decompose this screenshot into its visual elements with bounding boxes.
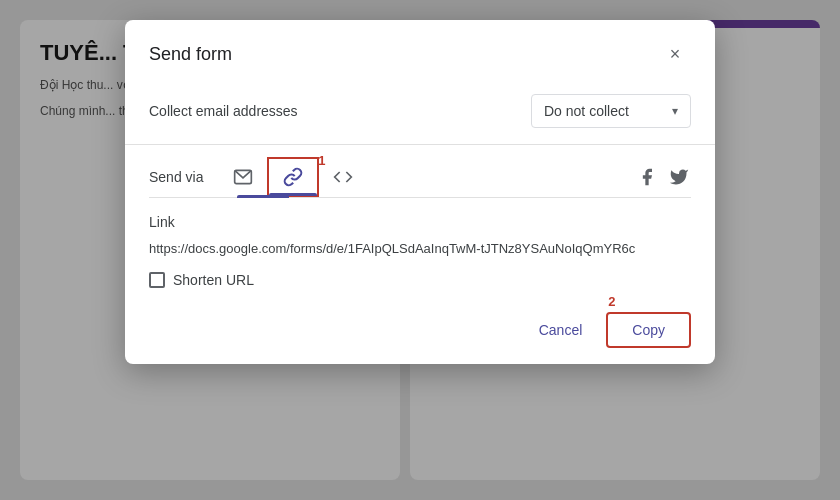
cancel-button[interactable]: Cancel <box>523 314 599 346</box>
shorten-url-label: Shorten URL <box>173 272 254 288</box>
send-form-modal: Send form × Collect email addresses Do n… <box>125 20 715 364</box>
modal-footer: Cancel 2 Copy <box>125 304 715 364</box>
collect-email-row: Collect email addresses Do not collect ▾ <box>125 84 715 145</box>
send-via-row: Send via 1 <box>125 145 715 197</box>
dropdown-arrow-icon: ▾ <box>672 104 678 118</box>
copy-button[interactable]: Copy <box>606 312 691 348</box>
shorten-url-checkbox[interactable] <box>149 272 165 288</box>
collect-dropdown[interactable]: Do not collect ▾ <box>531 94 691 128</box>
collect-dropdown-value: Do not collect <box>544 103 629 119</box>
link-section: Link https://docs.google.com/forms/d/e/1… <box>125 198 715 304</box>
shorten-url-row: Shorten URL <box>149 272 691 288</box>
tab-email[interactable] <box>219 159 267 195</box>
badge-2: 2 <box>608 294 615 309</box>
modal-overlay: Send form × Collect email addresses Do n… <box>0 0 840 500</box>
modal-header: Send form × <box>125 20 715 84</box>
link-url: https://docs.google.com/forms/d/e/1FAIpQ… <box>149 240 691 258</box>
tab-link[interactable]: 1 <box>267 157 319 197</box>
collect-email-label: Collect email addresses <box>149 103 298 119</box>
twitter-icon[interactable] <box>667 165 691 189</box>
tab-icons: 1 <box>219 157 635 197</box>
copy-button-wrapper: 2 Copy <box>606 312 691 348</box>
send-via-label: Send via <box>149 169 203 185</box>
link-heading: Link <box>149 214 691 230</box>
tab-embed[interactable] <box>319 159 367 195</box>
modal-title: Send form <box>149 44 232 65</box>
close-button[interactable]: × <box>659 38 691 70</box>
facebook-icon[interactable] <box>635 165 659 189</box>
social-icons <box>635 165 691 189</box>
